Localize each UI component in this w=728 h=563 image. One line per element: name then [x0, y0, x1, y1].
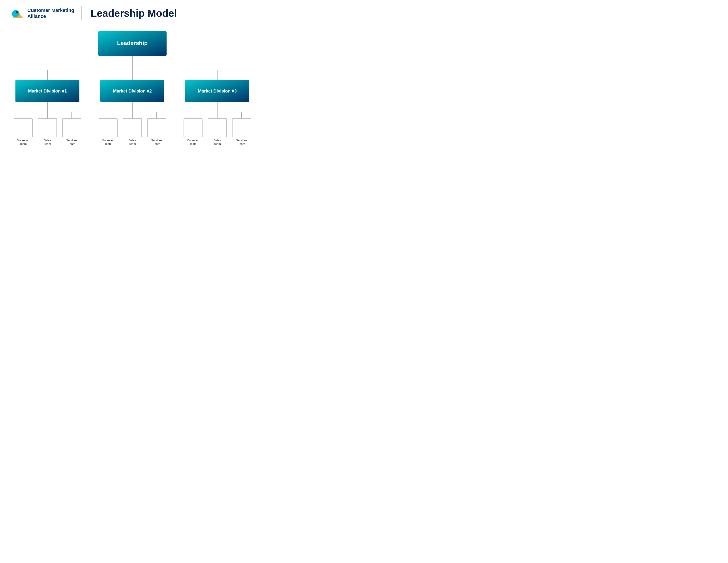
div1-team2-label-1: Sales [44, 139, 51, 142]
div2-team1-label-2: Team [105, 142, 112, 145]
division3-label: Market Division #3 [198, 88, 237, 93]
div2-team1-label-1: Marketing [102, 139, 114, 142]
division1-label: Market Division #1 [28, 88, 67, 93]
page-title: Leadership Model [91, 7, 177, 19]
div1-team3-label-1: Services [66, 139, 77, 142]
org-chart: Leadership Market Division #1 Marketing … [0, 25, 265, 175]
logo-line2: Alliance [27, 13, 46, 19]
div1-team1-label-2: Team [20, 142, 27, 145]
div1-team3-label-2: Team [68, 142, 75, 145]
div2-team2-box [123, 118, 142, 137]
div2-team3-label-1: Services [151, 139, 162, 142]
svg-point-1 [12, 10, 19, 17]
div3-team2-label-2: Team [214, 142, 221, 145]
logo-icon [11, 6, 25, 20]
div3-team1-box [184, 118, 202, 137]
div3-team3-box [232, 118, 251, 137]
division2-label: Market Division #2 [113, 88, 152, 93]
div2-team3-label-2: Team [153, 142, 160, 145]
div2-team3-box [147, 118, 166, 137]
div3-team2-box [208, 118, 227, 137]
div3-team1-label-1: Marketing [187, 139, 199, 142]
header: Customer Marketing Alliance Leadership M… [0, 0, 265, 25]
div1-team2-label-2: Team [44, 142, 51, 145]
div3-team3-label-2: Team [238, 142, 245, 145]
logo-line1: Customer Marketing [27, 8, 74, 13]
div1-team1-box [14, 118, 32, 137]
svg-point-2 [16, 11, 18, 13]
leadership-label: Leadership [117, 40, 148, 46]
div3-team3-label-1: Services [236, 139, 247, 142]
div1-team3-box [62, 118, 81, 137]
div2-team2-label-1: Sales [129, 139, 136, 142]
div2-team1-box [99, 118, 117, 137]
div3-team2-label-1: Sales [214, 139, 221, 142]
div1-team1-label-1: Marketing [17, 139, 29, 142]
div1-team2-box [38, 118, 57, 137]
logo-area: Customer Marketing Alliance [11, 6, 82, 20]
logo-text: Customer Marketing Alliance [27, 7, 74, 19]
org-chart-svg: Leadership Market Division #1 Marketing … [7, 27, 258, 173]
header-title-area: Leadership Model [82, 7, 177, 19]
div2-team2-label-2: Team [129, 142, 136, 145]
div3-team1-label-2: Team [190, 142, 197, 145]
